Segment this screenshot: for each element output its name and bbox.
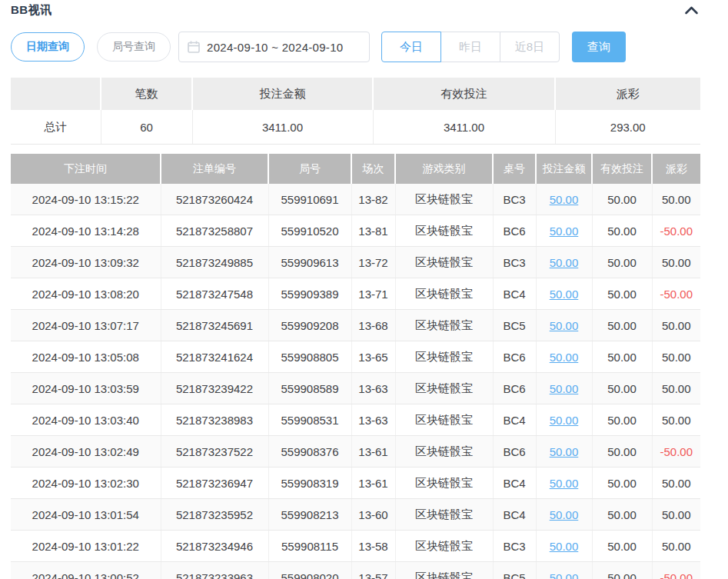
session-cell: 13-81 bbox=[351, 215, 395, 247]
bet-amount-link[interactable]: 50.00 bbox=[550, 540, 579, 553]
table-number-cell: BC5 bbox=[493, 562, 536, 579]
valid-bet-cell: 50.00 bbox=[592, 468, 652, 499]
session-header: 场次 bbox=[351, 154, 395, 184]
summary-total-count: 60 bbox=[101, 110, 192, 145]
bet-amount-cell: 50.00 bbox=[536, 562, 592, 579]
order-number-cell: 521873241624 bbox=[161, 341, 268, 373]
table-number-cell: BC6 bbox=[493, 341, 536, 373]
payout-cell: 50.00 bbox=[652, 531, 700, 562]
bet-amount-cell: 50.00 bbox=[536, 310, 592, 341]
table-number-cell: BC6 bbox=[493, 373, 536, 404]
table-number-cell: BC6 bbox=[493, 215, 536, 247]
payout-cell: 50.00 bbox=[652, 247, 700, 278]
bet-amount-cell: 50.00 bbox=[536, 436, 592, 468]
round-number-cell: 559910691 bbox=[268, 184, 351, 215]
game-type-cell: 区块链骰宝 bbox=[395, 310, 493, 341]
bet-time-cell: 2024-09-10 13:05:08 bbox=[11, 341, 161, 373]
table-header-row: 下注时间注单编号局号场次游戏类别桌号投注金额有效投注派彩 bbox=[11, 154, 700, 184]
valid-bet-cell: 50.00 bbox=[592, 184, 652, 215]
summary-header-count: 笔数 bbox=[101, 78, 192, 110]
bet-amount-link[interactable]: 50.00 bbox=[550, 319, 579, 332]
game-type-cell: 区块链骰宝 bbox=[395, 373, 493, 404]
payout-cell: 50.00 bbox=[652, 310, 700, 341]
valid-bet-cell: 50.00 bbox=[592, 341, 652, 373]
bet-time-cell: 2024-09-10 13:14:28 bbox=[11, 215, 161, 247]
table-row: 2024-09-10 13:05:08521873241624559908805… bbox=[11, 341, 700, 373]
bet-amount-link[interactable]: 50.00 bbox=[550, 414, 579, 427]
game-type-cell: 区块链骰宝 bbox=[395, 562, 493, 579]
date-range-input[interactable]: 2024-09-10 ~ 2024-09-10 bbox=[178, 32, 370, 62]
valid-bet-header: 有效投注 bbox=[592, 154, 652, 184]
bet-amount-cell: 50.00 bbox=[536, 247, 592, 278]
order-number-cell: 521873247548 bbox=[161, 278, 268, 310]
table-number-cell: BC3 bbox=[493, 531, 536, 562]
valid-bet-cell: 50.00 bbox=[592, 373, 652, 404]
table-row: 2024-09-10 13:07:17521873245691559909208… bbox=[11, 310, 700, 341]
bet-amount-link[interactable]: 50.00 bbox=[550, 351, 579, 364]
bet-amount-header: 投注金额 bbox=[536, 154, 592, 184]
summary-header-empty bbox=[11, 78, 101, 110]
game-type-cell: 区块链骰宝 bbox=[395, 247, 493, 278]
table-row: 2024-09-10 13:03:40521873238983559908531… bbox=[11, 404, 700, 436]
bet-time-cell: 2024-09-10 13:02:49 bbox=[11, 436, 161, 468]
table-number-cell: BC3 bbox=[493, 247, 536, 278]
payout-cell: -50.00 bbox=[652, 278, 700, 310]
order-number-header: 注单编号 bbox=[161, 154, 268, 184]
order-number-cell: 521873238983 bbox=[161, 404, 268, 436]
bet-amount-link[interactable]: 50.00 bbox=[550, 508, 579, 521]
section-header: BB视讯 bbox=[11, 2, 700, 18]
table-number-header: 桌号 bbox=[493, 154, 536, 184]
session-cell: 13-65 bbox=[351, 341, 395, 373]
bet-amount-cell: 50.00 bbox=[536, 278, 592, 310]
bet-time-cell: 2024-09-10 13:15:22 bbox=[11, 184, 161, 215]
game-type-cell: 区块链骰宝 bbox=[395, 341, 493, 373]
collapse-button[interactable] bbox=[683, 5, 700, 16]
bet-amount-link[interactable]: 50.00 bbox=[550, 225, 579, 238]
session-cell: 13-60 bbox=[351, 499, 395, 531]
session-cell: 13-61 bbox=[351, 468, 395, 499]
bet-amount-link[interactable]: 50.00 bbox=[550, 256, 579, 269]
game-type-cell: 区块链骰宝 bbox=[395, 436, 493, 468]
yesterday-button[interactable]: 昨日 bbox=[440, 32, 500, 62]
bet-amount-link[interactable]: 50.00 bbox=[550, 477, 579, 490]
summary-total-label: 总计 bbox=[11, 110, 101, 145]
table-row: 2024-09-10 13:14:28521873258807559910520… bbox=[11, 215, 700, 247]
summary-total-valid-bet: 3411.00 bbox=[373, 110, 555, 145]
search-button[interactable]: 查询 bbox=[572, 32, 626, 62]
bet-time-cell: 2024-09-10 13:02:30 bbox=[11, 468, 161, 499]
today-button[interactable]: 今日 bbox=[381, 32, 441, 62]
valid-bet-cell: 50.00 bbox=[592, 310, 652, 341]
summary-total-row: 总计 60 3411.00 3411.00 293.00 bbox=[11, 110, 700, 145]
order-number-cell: 521873260424 bbox=[161, 184, 268, 215]
summary-header-bet-amount: 投注金额 bbox=[192, 78, 373, 110]
session-cell: 13-82 bbox=[351, 184, 395, 215]
payout-cell: -50.00 bbox=[652, 436, 700, 468]
table-number-cell: BC5 bbox=[493, 310, 536, 341]
payout-cell: 50.00 bbox=[652, 468, 700, 499]
payout-cell: -50.00 bbox=[652, 215, 700, 247]
session-cell: 13-58 bbox=[351, 531, 395, 562]
bet-amount-link[interactable]: 50.00 bbox=[550, 382, 579, 395]
round-number-cell: 559909389 bbox=[268, 278, 351, 310]
bet-time-cell: 2024-09-10 13:01:22 bbox=[11, 531, 161, 562]
valid-bet-cell: 50.00 bbox=[592, 499, 652, 531]
bet-amount-cell: 50.00 bbox=[536, 531, 592, 562]
last8days-button[interactable]: 近8日 bbox=[500, 32, 560, 62]
bet-amount-link[interactable]: 50.00 bbox=[550, 445, 579, 458]
chevron-up-icon bbox=[684, 5, 699, 17]
bet-amount-link[interactable]: 50.00 bbox=[550, 288, 579, 301]
table-row: 2024-09-10 13:08:20521873247548559909389… bbox=[11, 278, 700, 310]
game-type-cell: 区块链骰宝 bbox=[395, 215, 493, 247]
round-number-cell: 559910520 bbox=[268, 215, 351, 247]
date-query-tab[interactable]: 日期查询 bbox=[11, 32, 85, 62]
round-query-tab[interactable]: 局号查询 bbox=[97, 32, 171, 62]
session-cell: 13-63 bbox=[351, 404, 395, 436]
order-number-cell: 521873236947 bbox=[161, 468, 268, 499]
round-number-cell: 559908531 bbox=[268, 404, 351, 436]
round-number-cell: 559908589 bbox=[268, 373, 351, 404]
bet-amount-link[interactable]: 50.00 bbox=[550, 571, 579, 579]
valid-bet-cell: 50.00 bbox=[592, 404, 652, 436]
bet-amount-link[interactable]: 50.00 bbox=[550, 193, 579, 206]
payout-cell: -50.00 bbox=[652, 562, 700, 579]
summary-total-payout: 293.00 bbox=[555, 110, 700, 145]
